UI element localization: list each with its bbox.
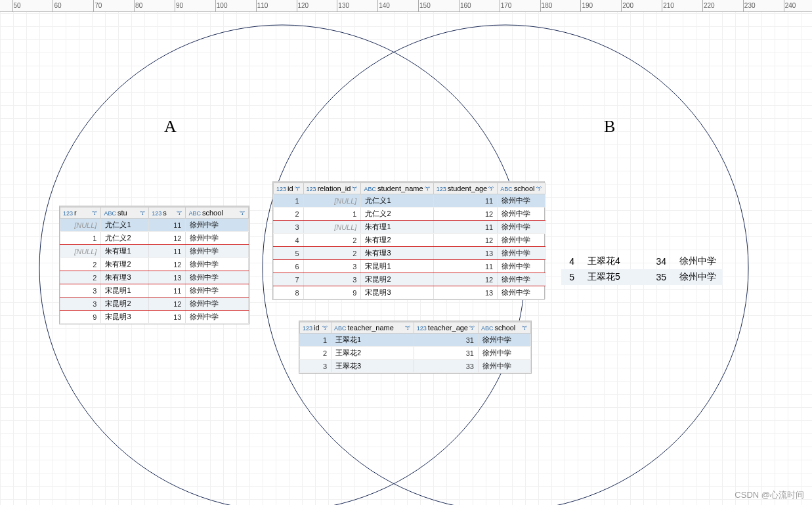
cell-school: 徐州中学 [673,269,723,285]
table-row[interactable]: 1[NULL]尤仁义111徐州中学 [274,194,545,208]
table-row[interactable]: [NULL]尤仁义111徐州中学 [60,219,249,232]
list-item[interactable]: 5王翠花535徐州中学 [561,269,723,285]
cell-age: 35 [640,269,673,285]
table-row[interactable]: 2王翠花231徐州中学 [300,347,531,360]
cell-relation-id: 2 [303,247,361,260]
cell-school: 徐州中学 [498,234,545,247]
list-item[interactable]: 4王翠花434徐州中学 [561,253,723,269]
cell-s: 11 [149,219,186,232]
ruler-tick-label: 70 [95,2,102,9]
filter-icon[interactable]: 🝖 [425,185,431,192]
cell-id: 4 [561,253,581,269]
table-row[interactable]: 42朱有理212徐州中学 [274,234,545,247]
column-header[interactable]: 123student_age🝖 [433,183,498,194]
table-row[interactable]: 73宋昆明212徐州中学 [274,273,545,286]
ruler-tick [12,0,13,12]
table-row[interactable]: 9宋昆明313徐州中学 [60,311,249,324]
column-header[interactable]: 123id🝖 [300,322,331,334]
cell-age: 34 [640,253,673,269]
ruler-tick [337,0,337,12]
cell-stu: 宋昆明1 [101,284,149,297]
cell-s: 12 [149,232,186,245]
cell-id: 2 [300,347,331,360]
filter-icon[interactable]: 🝖 [522,324,528,331]
table-row[interactable]: 2朱有理212徐州中学 [60,258,249,271]
table-row[interactable]: 63宋昆明111徐州中学 [274,260,545,273]
cell-stu: 朱有理1 [101,245,149,258]
ruler-tick [540,0,541,12]
ruler-tick-label: 180 [542,2,553,9]
cell-school: 徐州中学 [186,219,249,232]
column-header[interactable]: 123id🝖 [274,183,304,194]
cell-school: 徐州中学 [479,360,531,373]
cell-r: 1 [60,232,101,245]
cell-teacher-name: 王翠花1 [331,334,414,347]
table-row[interactable]: 52朱有理313徐州中学 [274,247,545,260]
ruler-tick [702,0,703,12]
cell-school: 徐州中学 [186,232,249,245]
column-header[interactable]: 123relation_id🝖 [303,183,361,194]
table-row[interactable]: 89宋昆明313徐州中学 [274,286,545,299]
filter-icon[interactable]: 🝖 [177,209,182,216]
column-header[interactable]: ABCstu🝖 [101,208,149,219]
table-row[interactable]: 3[NULL]朱有理111徐州中学 [274,221,545,234]
column-header[interactable]: 123s🝖 [149,208,186,219]
table-row[interactable]: [NULL]朱有理111徐州中学 [60,245,249,258]
column-header[interactable]: ABCstudent_name🝖 [361,183,433,194]
filter-icon[interactable]: 🝖 [322,324,328,331]
label-a: A [164,117,177,137]
cell-s: 13 [149,311,186,324]
cell-school: 徐州中学 [479,334,531,347]
filter-icon[interactable]: 🝖 [140,209,146,216]
cell-id: 3 [274,221,304,234]
table-row[interactable]: 3宋昆明212徐州中学 [60,297,249,311]
ruler-tick [93,0,94,12]
cell-stu: 朱有理2 [101,258,149,271]
cell-id: 7 [274,273,304,286]
cell-school: 徐州中学 [186,271,249,284]
table-teacher: 123id🝖 ABCteacher_name🝖 123teacher_age🝖 … [299,320,532,374]
cell-s: 11 [149,245,186,258]
cell-school: 徐州中学 [498,208,545,221]
ruler-tick-label: 240 [785,2,796,9]
column-header[interactable]: 123r🝖 [60,208,101,219]
cell-teacher-age: 31 [414,334,478,347]
table-row[interactable]: 2朱有理313徐州中学 [60,271,249,284]
filter-icon[interactable]: 🝖 [469,324,475,331]
table-row[interactable]: 3王翠花333徐州中学 [300,360,531,373]
column-header[interactable]: ABCschool🝖 [498,183,545,194]
filter-icon[interactable]: 🝖 [488,185,494,192]
filter-icon[interactable]: 🝖 [352,185,358,192]
column-header[interactable]: ABCschool🝖 [186,208,249,219]
cell-school: 徐州中学 [673,253,723,269]
ruler-tick-label: 110 [257,2,268,9]
cell-id: 1 [274,194,304,208]
cell-relation-id: [NULL] [303,221,361,234]
cell-relation-id: 3 [303,260,361,273]
cell-student-age: 13 [433,247,498,260]
column-header[interactable]: ABCschool🝖 [479,322,531,334]
table-row[interactable]: 1尤仁义212徐州中学 [60,232,249,245]
table-row[interactable]: 3宋昆明111徐州中学 [60,284,249,297]
ruler-tick-label: 100 [217,2,228,9]
column-header[interactable]: ABCteacher_name🝖 [331,322,414,334]
ruler-tick [175,0,175,12]
filter-icon[interactable]: 🝖 [405,324,411,331]
table-row[interactable]: 21尤仁义212徐州中学 [274,208,545,221]
filter-icon[interactable]: 🝖 [240,209,246,216]
filter-icon[interactable]: 🝖 [295,185,301,192]
cell-student-age: 12 [433,234,498,247]
cell-school: 徐州中学 [186,297,249,311]
table-row[interactable]: 1王翠花131徐州中学 [300,334,531,347]
cell-stu: 宋昆明3 [101,311,149,324]
ruler-tick-label: 190 [582,2,593,9]
table-center: 123id🝖 123relation_id🝖 ABCstudent_name🝖 … [272,181,545,300]
cell-school: 徐州中学 [479,347,531,360]
ruler-tick-label: 50 [14,2,21,9]
ruler-horizontal: 5060708090100110120130140150160170180190… [0,0,812,12]
cell-student-age: 11 [433,194,498,208]
column-header[interactable]: 123teacher_age🝖 [414,322,478,334]
filter-icon[interactable]: 🝖 [536,185,542,192]
filter-icon[interactable]: 🝖 [92,209,98,216]
cell-stu: 尤仁义1 [101,219,149,232]
